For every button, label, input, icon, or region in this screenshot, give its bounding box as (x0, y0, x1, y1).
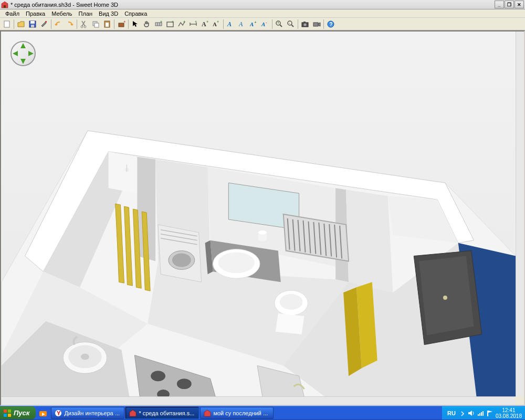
separator (14, 19, 14, 29)
text-tool-2[interactable]: A+ (211, 18, 222, 30)
new-button[interactable] (1, 18, 13, 30)
svg-text:+: + (206, 20, 208, 24)
polyline-tool[interactable]: + (176, 18, 187, 30)
menu-view3d[interactable]: Вид 3D (96, 10, 121, 17)
svg-text:A: A (238, 20, 243, 28)
help-button[interactable]: ? (325, 18, 337, 30)
text-size-down[interactable]: A- (259, 18, 271, 30)
taskbar-task-browser[interactable]: Y Дизайн интерьера ... (51, 407, 124, 419)
svg-rect-4 (30, 21, 35, 24)
svg-text:+: + (183, 20, 185, 24)
zoom-out-button[interactable]: - (285, 18, 297, 30)
zoom-in-button[interactable]: + (274, 18, 285, 30)
compass-right-icon[interactable] (28, 51, 34, 56)
taskbar-task-sweethome2[interactable]: мой су последний ... (200, 407, 274, 419)
undo-button[interactable] (52, 18, 64, 30)
window-controls: _ ❐ ✕ (495, 1, 524, 8)
cut-button[interactable] (78, 18, 90, 30)
photo-button[interactable] (299, 18, 311, 30)
add-furniture-button[interactable]: + (116, 18, 127, 30)
select-tool[interactable] (130, 18, 141, 30)
menu-edit[interactable]: Правка (23, 10, 48, 17)
separator (128, 19, 129, 29)
room-tool[interactable]: + (164, 18, 176, 30)
maximize-button[interactable]: ❐ (505, 1, 514, 8)
separator (114, 19, 114, 29)
svg-text:A: A (261, 21, 265, 27)
pan-tool[interactable] (141, 18, 153, 30)
svg-rect-1 (4, 5, 6, 8)
svg-marker-53 (109, 152, 138, 194)
svg-point-94 (172, 254, 191, 267)
menu-furniture[interactable]: Мебель (48, 10, 75, 17)
menu-plan[interactable]: План (76, 10, 96, 17)
svg-text:-: - (266, 20, 267, 25)
text-tool[interactable]: A+ (199, 18, 211, 30)
redo-button[interactable] (64, 18, 76, 30)
svg-text:+: + (277, 21, 279, 25)
preferences-button[interactable] (38, 18, 50, 30)
dimension-tool[interactable]: + (187, 18, 199, 30)
separator (272, 19, 272, 29)
save-button[interactable] (27, 18, 38, 30)
svg-marker-120 (468, 411, 472, 416)
menu-bar: Файл Правка Мебель План Вид 3D Справка (0, 9, 525, 18)
content-area (0, 30, 525, 406)
svg-text:+: + (217, 20, 219, 24)
volume-icon[interactable] (467, 410, 475, 417)
menu-help[interactable]: Справка (121, 10, 150, 17)
3d-viewport[interactable] (1, 32, 516, 396)
view-compass[interactable] (10, 41, 36, 66)
text-size-up[interactable]: A+ (248, 18, 259, 30)
svg-rect-45 (313, 23, 318, 26)
vertical-scrollbar[interactable] (516, 32, 524, 396)
compass-left-icon[interactable] (13, 51, 18, 56)
svg-rect-10 (94, 23, 99, 27)
quick-launch (36, 408, 50, 418)
text-italic[interactable]: A (236, 18, 248, 30)
video-button[interactable] (311, 18, 322, 30)
svg-line-40 (291, 25, 293, 27)
flag-icon[interactable] (486, 410, 494, 417)
wall-tool[interactable]: + (153, 18, 164, 30)
separator (77, 19, 77, 29)
tray-expand-icon[interactable] (460, 410, 465, 417)
svg-marker-65 (419, 256, 474, 335)
svg-text:+: + (254, 20, 257, 25)
taskbar-task-sweethome[interactable]: * среда обитания.s... (125, 407, 199, 419)
close-button[interactable]: ✕ (514, 1, 524, 8)
svg-point-86 (258, 230, 267, 235)
network-icon[interactable] (477, 410, 484, 417)
compass-up-icon[interactable] (20, 43, 26, 48)
sweethome-icon (204, 410, 211, 417)
open-button[interactable] (15, 18, 27, 30)
svg-rect-5 (31, 25, 34, 27)
windows-logo-icon (3, 409, 12, 417)
start-button[interactable]: Пуск (0, 406, 36, 419)
svg-rect-121 (478, 414, 479, 416)
svg-marker-126 (488, 411, 492, 413)
task-label-2: * среда обитания.s... (139, 410, 194, 416)
svg-point-90 (280, 294, 303, 310)
compass-down-icon[interactable] (20, 59, 26, 64)
minimize-button[interactable]: _ (495, 1, 504, 8)
svg-rect-122 (479, 413, 480, 416)
clock[interactable]: 12:41 03.08.2018 (496, 407, 522, 419)
task-label-1: Дизайн интерьера ... (64, 410, 120, 416)
paste-button[interactable] (101, 18, 113, 30)
horizontal-scrollbar[interactable] (1, 396, 516, 405)
separator (223, 19, 224, 29)
separator (51, 19, 51, 29)
svg-rect-110 (4, 410, 7, 413)
text-bold[interactable]: A (225, 18, 236, 30)
svg-point-66 (443, 296, 447, 300)
clock-time: 12:41 (496, 407, 522, 413)
svg-rect-113 (8, 414, 11, 417)
language-indicator[interactable]: RU (445, 410, 458, 416)
quicklaunch-item-1[interactable] (38, 408, 48, 418)
yandex-icon: Y (55, 410, 62, 417)
svg-marker-118 (130, 410, 136, 416)
menu-file[interactable]: Файл (2, 10, 23, 17)
svg-rect-112 (4, 414, 7, 417)
copy-button[interactable] (90, 18, 101, 30)
